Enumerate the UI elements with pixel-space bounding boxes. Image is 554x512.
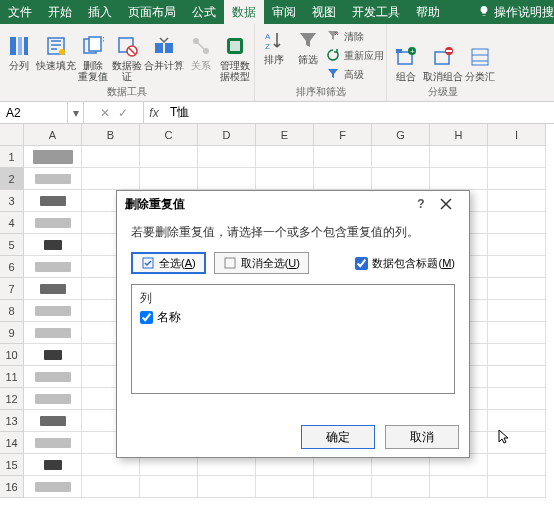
cell[interactable] <box>488 234 546 256</box>
cell[interactable] <box>314 146 372 168</box>
cell[interactable] <box>430 146 488 168</box>
group-button[interactable]: + 组合 <box>389 43 423 84</box>
cell[interactable] <box>256 476 314 498</box>
col-header[interactable]: B <box>82 124 140 146</box>
name-box-dropdown[interactable]: ▾ <box>68 102 84 123</box>
dialog-titlebar[interactable]: 删除重复值 ? <box>117 191 469 217</box>
row-header[interactable]: 1 <box>0 146 24 168</box>
row-header[interactable]: 15 <box>0 454 24 476</box>
cell[interactable] <box>24 146 82 168</box>
fx-icon[interactable]: fx <box>144 106 164 120</box>
select-all-cell[interactable] <box>0 124 24 146</box>
ungroup-button[interactable]: 取消组合 <box>423 43 463 84</box>
row-header[interactable]: 7 <box>0 278 24 300</box>
cell[interactable] <box>24 344 82 366</box>
row-header[interactable]: 6 <box>0 256 24 278</box>
cell[interactable] <box>430 476 488 498</box>
cell[interactable] <box>82 168 140 190</box>
cell[interactable] <box>488 190 546 212</box>
cell[interactable] <box>24 234 82 256</box>
cell[interactable] <box>488 410 546 432</box>
col-header[interactable]: H <box>430 124 488 146</box>
columns-list[interactable]: 列 名称 <box>131 284 455 394</box>
cell[interactable] <box>488 278 546 300</box>
cell[interactable] <box>140 476 198 498</box>
cell[interactable] <box>82 476 140 498</box>
cancel-button[interactable]: 取消 <box>385 425 459 449</box>
unselect-all-button[interactable]: 取消全选(U) <box>214 252 309 274</box>
cell[interactable] <box>430 168 488 190</box>
col-header[interactable]: D <box>198 124 256 146</box>
remove-duplicates-button[interactable]: × 删除 重复值 <box>76 32 110 84</box>
cell[interactable] <box>488 168 546 190</box>
tab-insert[interactable]: 插入 <box>80 0 120 24</box>
row-header[interactable]: 9 <box>0 322 24 344</box>
advanced-filter-button[interactable]: 高级 <box>327 66 384 84</box>
tab-file[interactable]: 文件 <box>0 0 40 24</box>
row-header[interactable]: 12 <box>0 388 24 410</box>
row-header[interactable]: 16 <box>0 476 24 498</box>
dialog-help-button[interactable]: ? <box>411 197 431 211</box>
cell[interactable] <box>24 476 82 498</box>
col-header[interactable]: C <box>140 124 198 146</box>
col-header[interactable]: E <box>256 124 314 146</box>
name-box[interactable]: A2 <box>0 102 68 123</box>
cell[interactable] <box>198 146 256 168</box>
cell[interactable] <box>488 366 546 388</box>
cell[interactable] <box>24 190 82 212</box>
cell[interactable] <box>140 146 198 168</box>
clear-filter-button[interactable]: 清除 <box>327 28 384 46</box>
cell[interactable] <box>24 388 82 410</box>
cell[interactable] <box>488 300 546 322</box>
tab-view[interactable]: 视图 <box>304 0 344 24</box>
data-model-button[interactable]: 管理数 据模型 <box>218 32 252 84</box>
col-header[interactable]: F <box>314 124 372 146</box>
tell-me-label[interactable]: 操作说明搜 <box>494 4 554 21</box>
row-header[interactable]: 5 <box>0 234 24 256</box>
col-header[interactable]: I <box>488 124 546 146</box>
cell[interactable] <box>488 432 546 454</box>
cell[interactable] <box>314 476 372 498</box>
enter-formula-icon[interactable]: ✓ <box>118 106 128 120</box>
cell[interactable] <box>488 454 546 476</box>
formula-input[interactable]: T恤 <box>164 104 554 121</box>
flash-fill-button[interactable]: 快速填充 <box>36 32 76 73</box>
cell[interactable] <box>488 388 546 410</box>
row-header[interactable]: 4 <box>0 212 24 234</box>
row-header[interactable]: 2 <box>0 168 24 190</box>
consolidate-button[interactable]: 合并计算 <box>144 32 184 73</box>
cancel-formula-icon[interactable]: ✕ <box>100 106 110 120</box>
ok-button[interactable]: 确定 <box>301 425 375 449</box>
cell[interactable] <box>372 476 430 498</box>
select-all-button[interactable]: 全选(A) <box>131 252 206 274</box>
row-header[interactable]: 14 <box>0 432 24 454</box>
subtotal-button[interactable]: 分类汇 <box>463 43 497 84</box>
tab-data[interactable]: 数据 <box>224 0 264 24</box>
cell[interactable] <box>24 366 82 388</box>
cell[interactable] <box>82 146 140 168</box>
cell[interactable] <box>24 256 82 278</box>
cell[interactable] <box>488 256 546 278</box>
cell[interactable] <box>24 410 82 432</box>
col-header[interactable]: A <box>24 124 82 146</box>
tab-help[interactable]: 帮助 <box>408 0 448 24</box>
cell[interactable] <box>24 168 82 190</box>
cell[interactable] <box>488 322 546 344</box>
cell[interactable] <box>140 168 198 190</box>
cell[interactable] <box>488 344 546 366</box>
row-header[interactable]: 3 <box>0 190 24 212</box>
data-has-headers-checkbox[interactable]: 数据包含标题(M) <box>355 256 455 271</box>
cell[interactable] <box>314 168 372 190</box>
cell[interactable] <box>24 212 82 234</box>
cell[interactable] <box>24 432 82 454</box>
cell[interactable] <box>24 278 82 300</box>
cell[interactable] <box>24 454 82 476</box>
cell[interactable] <box>198 476 256 498</box>
column-checkbox[interactable] <box>140 311 153 324</box>
reapply-button[interactable]: 重新应用 <box>327 47 384 65</box>
tab-formulas[interactable]: 公式 <box>184 0 224 24</box>
row-header[interactable]: 11 <box>0 366 24 388</box>
tab-dev[interactable]: 开发工具 <box>344 0 408 24</box>
cell[interactable] <box>256 168 314 190</box>
cell[interactable] <box>372 168 430 190</box>
